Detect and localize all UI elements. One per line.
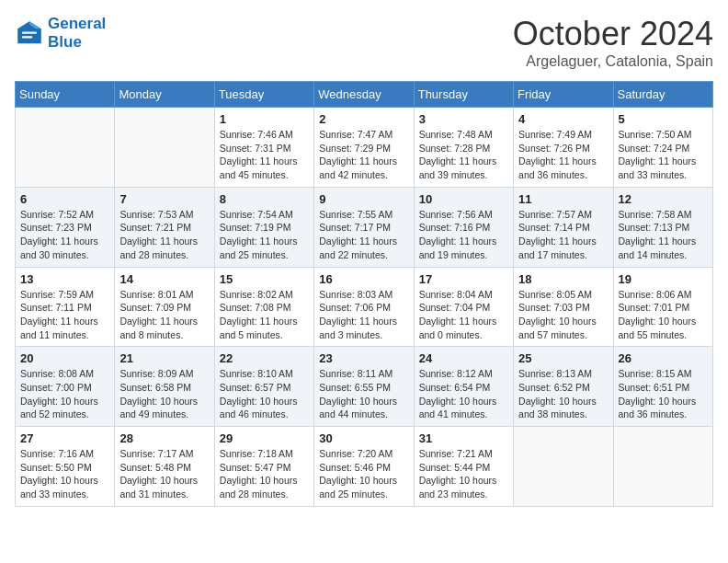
calendar-cell: 2 Sunrise: 7:47 AM Sunset: 7:29 PM Dayli… bbox=[314, 108, 414, 188]
sunrise-time: Sunrise: 8:13 AM bbox=[518, 368, 592, 379]
daylight-hours: Daylight: 10 hours and 52 minutes. bbox=[20, 396, 98, 420]
day-info: Sunrise: 7:58 AM Sunset: 7:13 PM Dayligh… bbox=[619, 208, 708, 262]
sunrise-time: Sunrise: 8:10 AM bbox=[220, 368, 293, 379]
day-info: Sunrise: 7:20 AM Sunset: 5:46 PM Dayligh… bbox=[319, 447, 408, 501]
day-number: 3 bbox=[419, 112, 508, 126]
day-info: Sunrise: 7:46 AM Sunset: 7:31 PM Dayligh… bbox=[220, 128, 309, 182]
sunset-time: Sunset: 5:44 PM bbox=[419, 462, 491, 473]
day-number: 27 bbox=[20, 431, 109, 445]
calendar-table: SundayMondayTuesdayWednesdayThursdayFrid… bbox=[15, 81, 713, 507]
daylight-hours: Daylight: 10 hours and 28 minutes. bbox=[220, 475, 298, 500]
sunset-time: Sunset: 7:13 PM bbox=[619, 222, 690, 233]
sunset-time: Sunset: 6:51 PM bbox=[619, 382, 690, 393]
sunrise-time: Sunrise: 8:05 AM bbox=[518, 289, 592, 300]
daylight-hours: Daylight: 11 hours and 3 minutes. bbox=[319, 316, 397, 340]
daylight-hours: Daylight: 10 hours and 23 minutes. bbox=[419, 475, 497, 500]
sunrise-time: Sunrise: 7:17 AM bbox=[119, 448, 193, 459]
daylight-hours: Daylight: 10 hours and 41 minutes. bbox=[419, 396, 497, 420]
calendar-cell: 26 Sunrise: 8:15 AM Sunset: 6:51 PM Dayl… bbox=[613, 347, 712, 427]
day-number: 15 bbox=[220, 272, 309, 286]
daylight-hours: Daylight: 11 hours and 22 minutes. bbox=[319, 236, 397, 260]
sunset-time: Sunset: 5:50 PM bbox=[20, 462, 92, 473]
calendar-cell: 22 Sunrise: 8:10 AM Sunset: 6:57 PM Dayl… bbox=[214, 347, 313, 427]
weekday-header: Thursday bbox=[414, 82, 513, 108]
weekday-header: Saturday bbox=[613, 82, 712, 108]
sunset-time: Sunset: 5:47 PM bbox=[220, 462, 291, 473]
daylight-hours: Daylight: 11 hours and 36 minutes. bbox=[518, 155, 597, 180]
calendar-cell: 14 Sunrise: 8:01 AM Sunset: 7:09 PM Dayl… bbox=[115, 267, 214, 347]
daylight-hours: Daylight: 10 hours and 31 minutes. bbox=[119, 475, 198, 500]
calendar-cell: 5 Sunrise: 7:50 AM Sunset: 7:24 PM Dayli… bbox=[613, 108, 712, 188]
sunset-time: Sunset: 7:03 PM bbox=[518, 302, 590, 313]
calendar-cell: 23 Sunrise: 8:11 AM Sunset: 6:55 PM Dayl… bbox=[314, 347, 414, 427]
sunrise-time: Sunrise: 8:03 AM bbox=[319, 289, 392, 300]
sunrise-time: Sunrise: 7:48 AM bbox=[419, 129, 493, 140]
calendar-cell: 10 Sunrise: 7:56 AM Sunset: 7:16 PM Dayl… bbox=[414, 187, 513, 267]
day-info: Sunrise: 7:56 AM Sunset: 7:16 PM Dayligh… bbox=[419, 208, 508, 262]
calendar-cell: 20 Sunrise: 8:08 AM Sunset: 7:00 PM Dayl… bbox=[16, 347, 115, 427]
sunrise-time: Sunrise: 8:08 AM bbox=[20, 368, 94, 379]
day-number: 29 bbox=[220, 431, 309, 445]
daylight-hours: Daylight: 10 hours and 36 minutes. bbox=[619, 396, 697, 420]
sunset-time: Sunset: 7:31 PM bbox=[220, 143, 291, 154]
sunset-time: Sunset: 6:57 PM bbox=[220, 382, 291, 393]
calendar-cell bbox=[115, 108, 214, 188]
calendar-cell: 19 Sunrise: 8:06 AM Sunset: 7:01 PM Dayl… bbox=[613, 267, 712, 347]
day-info: Sunrise: 8:01 AM Sunset: 7:09 PM Dayligh… bbox=[119, 288, 209, 342]
day-number: 12 bbox=[619, 192, 708, 206]
day-number: 1 bbox=[220, 112, 309, 126]
day-number: 2 bbox=[319, 112, 408, 126]
day-number: 13 bbox=[20, 272, 109, 286]
daylight-hours: Daylight: 11 hours and 25 minutes. bbox=[220, 236, 298, 260]
daylight-hours: Daylight: 10 hours and 38 minutes. bbox=[518, 396, 597, 420]
day-info: Sunrise: 8:08 AM Sunset: 7:00 PM Dayligh… bbox=[20, 367, 109, 421]
day-info: Sunrise: 7:53 AM Sunset: 7:21 PM Dayligh… bbox=[119, 208, 209, 262]
day-info: Sunrise: 7:52 AM Sunset: 7:23 PM Dayligh… bbox=[20, 208, 109, 262]
calendar-cell bbox=[613, 427, 712, 507]
day-number: 22 bbox=[220, 351, 309, 365]
calendar-cell: 21 Sunrise: 8:09 AM Sunset: 6:58 PM Dayl… bbox=[115, 347, 214, 427]
calendar-cell: 24 Sunrise: 8:12 AM Sunset: 6:54 PM Dayl… bbox=[414, 347, 513, 427]
sunset-time: Sunset: 7:21 PM bbox=[119, 222, 191, 233]
calendar-cell: 17 Sunrise: 8:04 AM Sunset: 7:04 PM Dayl… bbox=[414, 267, 513, 347]
daylight-hours: Daylight: 11 hours and 17 minutes. bbox=[518, 236, 597, 260]
sunrise-time: Sunrise: 7:18 AM bbox=[220, 448, 293, 459]
daylight-hours: Daylight: 10 hours and 57 minutes. bbox=[518, 316, 597, 340]
sunset-time: Sunset: 7:19 PM bbox=[220, 222, 291, 233]
daylight-hours: Daylight: 10 hours and 44 minutes. bbox=[319, 396, 397, 420]
daylight-hours: Daylight: 11 hours and 42 minutes. bbox=[319, 155, 397, 180]
sunrise-time: Sunrise: 8:15 AM bbox=[619, 368, 692, 379]
day-number: 11 bbox=[518, 192, 608, 206]
day-info: Sunrise: 8:06 AM Sunset: 7:01 PM Dayligh… bbox=[619, 288, 708, 342]
sunrise-time: Sunrise: 7:16 AM bbox=[20, 448, 94, 459]
day-number: 18 bbox=[518, 272, 608, 286]
calendar-cell: 13 Sunrise: 7:59 AM Sunset: 7:11 PM Dayl… bbox=[16, 267, 115, 347]
sunset-time: Sunset: 6:55 PM bbox=[319, 382, 391, 393]
day-number: 24 bbox=[419, 351, 508, 365]
calendar-cell: 27 Sunrise: 7:16 AM Sunset: 5:50 PM Dayl… bbox=[16, 427, 115, 507]
logo-icon bbox=[15, 18, 44, 48]
day-number: 16 bbox=[319, 272, 408, 286]
day-info: Sunrise: 7:16 AM Sunset: 5:50 PM Dayligh… bbox=[20, 447, 109, 501]
sunrise-time: Sunrise: 7:54 AM bbox=[220, 209, 293, 220]
daylight-hours: Daylight: 10 hours and 55 minutes. bbox=[619, 316, 697, 340]
day-info: Sunrise: 7:54 AM Sunset: 7:19 PM Dayligh… bbox=[220, 208, 309, 262]
sunrise-time: Sunrise: 7:46 AM bbox=[220, 129, 293, 140]
sunset-time: Sunset: 5:48 PM bbox=[119, 462, 191, 473]
calendar-cell: 7 Sunrise: 7:53 AM Sunset: 7:21 PM Dayli… bbox=[115, 187, 214, 267]
day-number: 30 bbox=[319, 431, 408, 445]
sunrise-time: Sunrise: 7:49 AM bbox=[518, 129, 592, 140]
title-block: October 2024 Argelaguer, Catalonia, Spai… bbox=[513, 15, 713, 70]
day-number: 8 bbox=[220, 192, 309, 206]
sunrise-time: Sunrise: 8:04 AM bbox=[419, 289, 493, 300]
day-number: 17 bbox=[419, 272, 508, 286]
calendar-cell: 28 Sunrise: 7:17 AM Sunset: 5:48 PM Dayl… bbox=[115, 427, 214, 507]
sunset-time: Sunset: 7:24 PM bbox=[619, 143, 690, 154]
sunrise-time: Sunrise: 7:57 AM bbox=[518, 209, 592, 220]
calendar-cell: 18 Sunrise: 8:05 AM Sunset: 7:03 PM Dayl… bbox=[514, 267, 613, 347]
calendar-cell: 3 Sunrise: 7:48 AM Sunset: 7:28 PM Dayli… bbox=[414, 108, 513, 188]
sunrise-time: Sunrise: 7:21 AM bbox=[419, 448, 493, 459]
day-info: Sunrise: 8:05 AM Sunset: 7:03 PM Dayligh… bbox=[518, 288, 608, 342]
sunset-time: Sunset: 7:16 PM bbox=[419, 222, 491, 233]
day-info: Sunrise: 8:10 AM Sunset: 6:57 PM Dayligh… bbox=[220, 367, 309, 421]
